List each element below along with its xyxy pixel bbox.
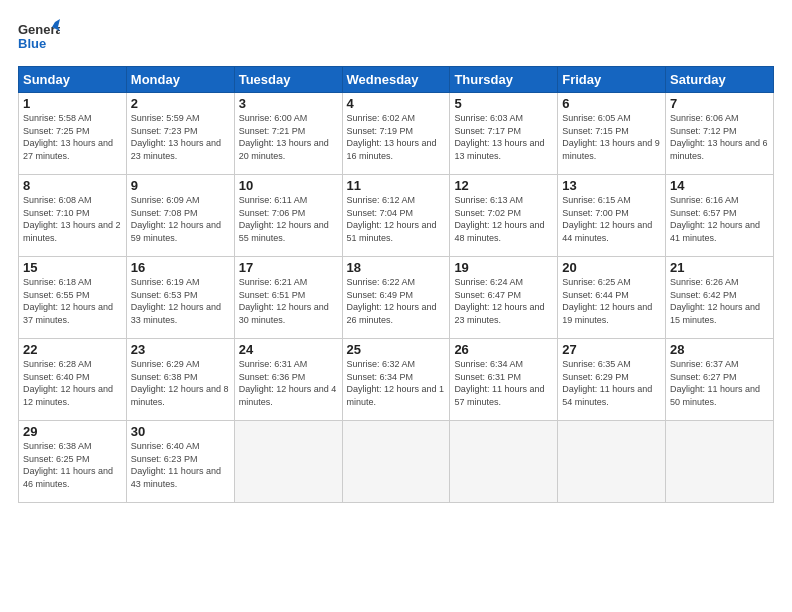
day-number: 8	[23, 178, 122, 193]
calendar-cell: 10 Sunrise: 6:11 AM Sunset: 7:06 PM Dayl…	[234, 175, 342, 257]
day-info: Sunrise: 6:13 AM Sunset: 7:02 PM Dayligh…	[454, 194, 553, 244]
day-info: Sunrise: 6:32 AM Sunset: 6:34 PM Dayligh…	[347, 358, 446, 408]
day-info: Sunrise: 6:09 AM Sunset: 7:08 PM Dayligh…	[131, 194, 230, 244]
calendar-cell	[342, 421, 450, 503]
day-info: Sunrise: 6:22 AM Sunset: 6:49 PM Dayligh…	[347, 276, 446, 326]
day-number: 13	[562, 178, 661, 193]
calendar: SundayMondayTuesdayWednesdayThursdayFrid…	[18, 66, 774, 503]
weekday-header-sunday: Sunday	[19, 67, 127, 93]
day-number: 12	[454, 178, 553, 193]
weekday-header-wednesday: Wednesday	[342, 67, 450, 93]
day-number: 3	[239, 96, 338, 111]
day-number: 14	[670, 178, 769, 193]
day-number: 4	[347, 96, 446, 111]
day-number: 2	[131, 96, 230, 111]
day-info: Sunrise: 6:02 AM Sunset: 7:19 PM Dayligh…	[347, 112, 446, 162]
day-info: Sunrise: 6:03 AM Sunset: 7:17 PM Dayligh…	[454, 112, 553, 162]
day-number: 17	[239, 260, 338, 275]
day-number: 16	[131, 260, 230, 275]
day-number: 9	[131, 178, 230, 193]
day-info: Sunrise: 6:40 AM Sunset: 6:23 PM Dayligh…	[131, 440, 230, 490]
calendar-cell: 8 Sunrise: 6:08 AM Sunset: 7:10 PM Dayli…	[19, 175, 127, 257]
weekday-header-tuesday: Tuesday	[234, 67, 342, 93]
calendar-cell: 6 Sunrise: 6:05 AM Sunset: 7:15 PM Dayli…	[558, 93, 666, 175]
calendar-cell: 26 Sunrise: 6:34 AM Sunset: 6:31 PM Dayl…	[450, 339, 558, 421]
day-info: Sunrise: 6:35 AM Sunset: 6:29 PM Dayligh…	[562, 358, 661, 408]
day-info: Sunrise: 6:18 AM Sunset: 6:55 PM Dayligh…	[23, 276, 122, 326]
weekday-header-saturday: Saturday	[666, 67, 774, 93]
calendar-cell: 5 Sunrise: 6:03 AM Sunset: 7:17 PM Dayli…	[450, 93, 558, 175]
day-number: 29	[23, 424, 122, 439]
day-number: 1	[23, 96, 122, 111]
weekday-header-thursday: Thursday	[450, 67, 558, 93]
day-info: Sunrise: 6:21 AM Sunset: 6:51 PM Dayligh…	[239, 276, 338, 326]
calendar-cell: 13 Sunrise: 6:15 AM Sunset: 7:00 PM Dayl…	[558, 175, 666, 257]
day-info: Sunrise: 5:58 AM Sunset: 7:25 PM Dayligh…	[23, 112, 122, 162]
weekday-header-friday: Friday	[558, 67, 666, 93]
calendar-cell: 25 Sunrise: 6:32 AM Sunset: 6:34 PM Dayl…	[342, 339, 450, 421]
calendar-cell: 30 Sunrise: 6:40 AM Sunset: 6:23 PM Dayl…	[126, 421, 234, 503]
day-number: 19	[454, 260, 553, 275]
calendar-cell: 12 Sunrise: 6:13 AM Sunset: 7:02 PM Dayl…	[450, 175, 558, 257]
calendar-cell: 24 Sunrise: 6:31 AM Sunset: 6:36 PM Dayl…	[234, 339, 342, 421]
calendar-cell: 7 Sunrise: 6:06 AM Sunset: 7:12 PM Dayli…	[666, 93, 774, 175]
calendar-cell: 21 Sunrise: 6:26 AM Sunset: 6:42 PM Dayl…	[666, 257, 774, 339]
day-number: 11	[347, 178, 446, 193]
day-info: Sunrise: 6:11 AM Sunset: 7:06 PM Dayligh…	[239, 194, 338, 244]
day-info: Sunrise: 6:06 AM Sunset: 7:12 PM Dayligh…	[670, 112, 769, 162]
calendar-cell: 22 Sunrise: 6:28 AM Sunset: 6:40 PM Dayl…	[19, 339, 127, 421]
svg-text:Blue: Blue	[18, 36, 46, 51]
day-info: Sunrise: 6:37 AM Sunset: 6:27 PM Dayligh…	[670, 358, 769, 408]
day-info: Sunrise: 6:25 AM Sunset: 6:44 PM Dayligh…	[562, 276, 661, 326]
day-number: 10	[239, 178, 338, 193]
calendar-cell: 17 Sunrise: 6:21 AM Sunset: 6:51 PM Dayl…	[234, 257, 342, 339]
day-info: Sunrise: 6:08 AM Sunset: 7:10 PM Dayligh…	[23, 194, 122, 244]
day-info: Sunrise: 6:19 AM Sunset: 6:53 PM Dayligh…	[131, 276, 230, 326]
calendar-cell: 28 Sunrise: 6:37 AM Sunset: 6:27 PM Dayl…	[666, 339, 774, 421]
calendar-cell: 15 Sunrise: 6:18 AM Sunset: 6:55 PM Dayl…	[19, 257, 127, 339]
calendar-cell: 4 Sunrise: 6:02 AM Sunset: 7:19 PM Dayli…	[342, 93, 450, 175]
day-number: 20	[562, 260, 661, 275]
day-number: 25	[347, 342, 446, 357]
day-number: 18	[347, 260, 446, 275]
calendar-cell: 3 Sunrise: 6:00 AM Sunset: 7:21 PM Dayli…	[234, 93, 342, 175]
day-number: 21	[670, 260, 769, 275]
calendar-cell: 16 Sunrise: 6:19 AM Sunset: 6:53 PM Dayl…	[126, 257, 234, 339]
day-number: 5	[454, 96, 553, 111]
day-info: Sunrise: 6:16 AM Sunset: 6:57 PM Dayligh…	[670, 194, 769, 244]
day-info: Sunrise: 6:31 AM Sunset: 6:36 PM Dayligh…	[239, 358, 338, 408]
calendar-cell: 14 Sunrise: 6:16 AM Sunset: 6:57 PM Dayl…	[666, 175, 774, 257]
day-number: 23	[131, 342, 230, 357]
calendar-cell	[234, 421, 342, 503]
logo: General Blue	[18, 18, 60, 58]
day-number: 30	[131, 424, 230, 439]
calendar-cell	[450, 421, 558, 503]
day-info: Sunrise: 6:05 AM Sunset: 7:15 PM Dayligh…	[562, 112, 661, 162]
day-info: Sunrise: 5:59 AM Sunset: 7:23 PM Dayligh…	[131, 112, 230, 162]
calendar-cell: 18 Sunrise: 6:22 AM Sunset: 6:49 PM Dayl…	[342, 257, 450, 339]
calendar-cell: 27 Sunrise: 6:35 AM Sunset: 6:29 PM Dayl…	[558, 339, 666, 421]
day-number: 6	[562, 96, 661, 111]
calendar-cell: 11 Sunrise: 6:12 AM Sunset: 7:04 PM Dayl…	[342, 175, 450, 257]
calendar-cell: 19 Sunrise: 6:24 AM Sunset: 6:47 PM Dayl…	[450, 257, 558, 339]
calendar-cell	[558, 421, 666, 503]
day-info: Sunrise: 6:15 AM Sunset: 7:00 PM Dayligh…	[562, 194, 661, 244]
day-number: 15	[23, 260, 122, 275]
day-info: Sunrise: 6:24 AM Sunset: 6:47 PM Dayligh…	[454, 276, 553, 326]
day-number: 27	[562, 342, 661, 357]
weekday-header-monday: Monday	[126, 67, 234, 93]
day-info: Sunrise: 6:29 AM Sunset: 6:38 PM Dayligh…	[131, 358, 230, 408]
calendar-cell: 2 Sunrise: 5:59 AM Sunset: 7:23 PM Dayli…	[126, 93, 234, 175]
day-number: 22	[23, 342, 122, 357]
day-number: 24	[239, 342, 338, 357]
calendar-cell: 1 Sunrise: 5:58 AM Sunset: 7:25 PM Dayli…	[19, 93, 127, 175]
day-info: Sunrise: 6:38 AM Sunset: 6:25 PM Dayligh…	[23, 440, 122, 490]
day-info: Sunrise: 6:28 AM Sunset: 6:40 PM Dayligh…	[23, 358, 122, 408]
day-info: Sunrise: 6:12 AM Sunset: 7:04 PM Dayligh…	[347, 194, 446, 244]
day-info: Sunrise: 6:26 AM Sunset: 6:42 PM Dayligh…	[670, 276, 769, 326]
calendar-cell: 29 Sunrise: 6:38 AM Sunset: 6:25 PM Dayl…	[19, 421, 127, 503]
day-number: 28	[670, 342, 769, 357]
calendar-cell: 9 Sunrise: 6:09 AM Sunset: 7:08 PM Dayli…	[126, 175, 234, 257]
day-info: Sunrise: 6:34 AM Sunset: 6:31 PM Dayligh…	[454, 358, 553, 408]
calendar-cell	[666, 421, 774, 503]
